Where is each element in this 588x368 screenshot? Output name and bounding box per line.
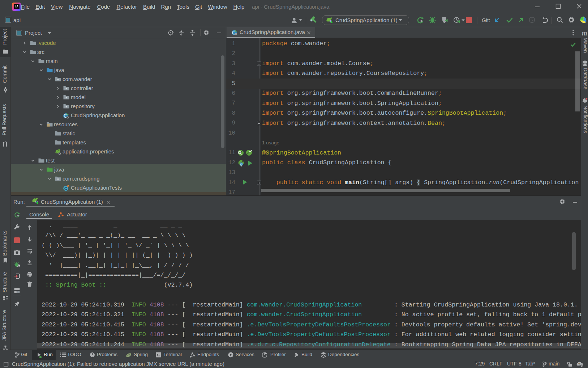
svg-text:C: C (64, 186, 67, 191)
svg-text:C: C (240, 163, 243, 166)
svg-text:?: ? (578, 362, 580, 366)
